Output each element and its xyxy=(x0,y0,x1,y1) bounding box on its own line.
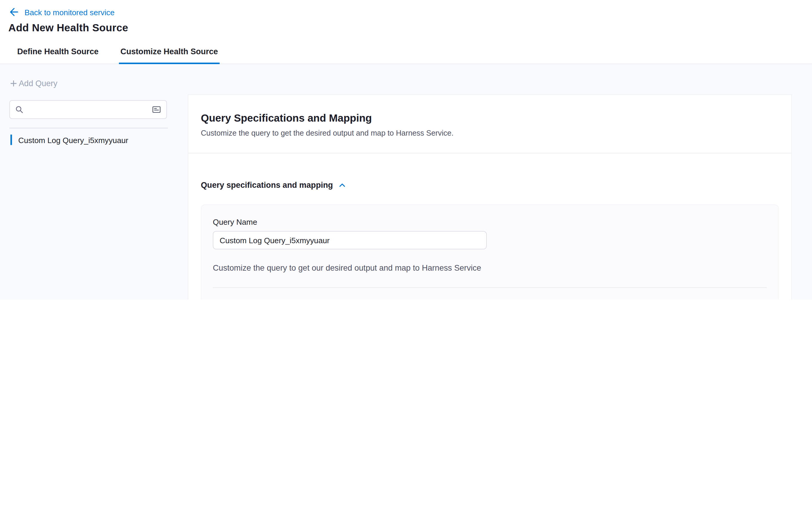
add-query-label: Add Query xyxy=(19,79,58,88)
health-source-tabs: Define Health Source Customize Health So… xyxy=(0,40,812,64)
query-search-box xyxy=(10,100,167,119)
query-name-label: Query Name xyxy=(213,217,767,227)
back-link[interactable]: Back to monitored service xyxy=(9,5,803,19)
section-heading: Query specifications and mapping xyxy=(201,181,333,190)
form-divider xyxy=(213,287,767,288)
query-specifications-card: Query Specifications and Mapping Customi… xyxy=(188,95,792,299)
selected-indicator-bar xyxy=(11,135,12,145)
search-icon xyxy=(15,105,23,114)
back-link-label: Back to monitored service xyxy=(25,7,114,16)
page-title: Add New Health Source xyxy=(9,22,803,34)
card-header: Query Specifications and Mapping Customi… xyxy=(189,95,792,153)
query-form: Query Name Customize the query to get ou… xyxy=(201,204,779,299)
arrow-left-icon xyxy=(10,7,19,17)
query-sidebar: Add Query Custom Log Query_i5xmyyuaur xyxy=(0,64,188,299)
content-area: Add Query Custom Log Query_i5xmyyuaur Qu xyxy=(0,64,812,299)
query-name-input[interactable] xyxy=(213,231,487,249)
card-body: Query specifications and mapping Query N… xyxy=(189,153,792,300)
query-list-item[interactable]: Custom Log Query_i5xmyyuaur xyxy=(10,135,188,145)
add-health-source-page: Back to monitored service Add New Health… xyxy=(0,0,812,299)
plus-icon xyxy=(10,79,18,88)
add-query-button[interactable]: Add Query xyxy=(10,79,58,88)
search-input[interactable] xyxy=(23,105,152,114)
tab-define-health-source[interactable]: Define Health Source xyxy=(16,40,100,64)
query-helper-text: Customize the query to get our desired o… xyxy=(213,263,767,273)
tab-customize-health-source[interactable]: Customize Health Source xyxy=(119,40,220,64)
card-view-icon[interactable] xyxy=(152,105,161,114)
query-item-label: Custom Log Query_i5xmyyuaur xyxy=(18,135,128,144)
section-collapse-toggle[interactable]: Query specifications and mapping xyxy=(201,181,346,190)
page-header: Back to monitored service Add New Health… xyxy=(0,0,812,40)
card-subtitle: Customize the query to get the desired o… xyxy=(201,129,779,137)
sidebar-divider xyxy=(10,128,168,129)
card-title: Query Specifications and Mapping xyxy=(201,112,779,124)
chevron-up-icon xyxy=(339,181,346,189)
